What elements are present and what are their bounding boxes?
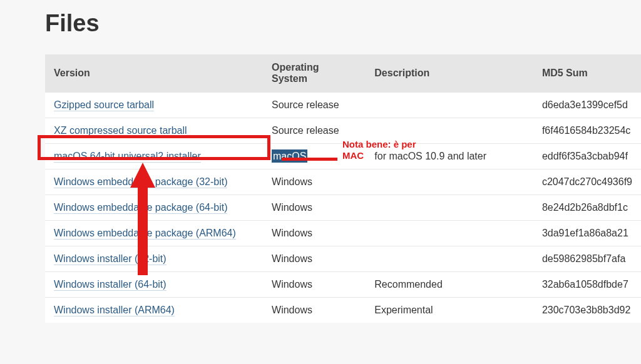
os-cell: Windows (263, 195, 366, 221)
column-header-os: Operating System (263, 54, 366, 93)
os-cell: macOS (263, 144, 366, 169)
download-link[interactable]: Windows installer (32-bit) (54, 253, 167, 265)
table-row: macOS 64-bit universal2 installermacOSfo… (45, 144, 641, 169)
md5-cell: 3da91ef1a86a8a21 (533, 221, 641, 246)
md5-cell: 8e24d2b26a8dbf1c (533, 195, 641, 221)
os-cell: Windows (263, 246, 366, 272)
table-row: Gzipped source tarballSource released6ed… (45, 93, 641, 118)
description-cell (366, 118, 533, 144)
description-cell (366, 93, 533, 118)
description-cell: Recommended (366, 272, 533, 298)
download-link[interactable]: Windows embeddable package (32-bit) (54, 176, 227, 188)
os-cell: Source release (263, 118, 366, 144)
table-row: XZ compressed source tarballSource relea… (45, 118, 641, 144)
annotation-underline (282, 158, 337, 161)
download-link[interactable]: macOS 64-bit universal2 installer (54, 151, 201, 163)
table-row: Windows embeddable package (32-bit)Windo… (45, 169, 641, 195)
description-cell: for macOS 10.9 and later (366, 144, 533, 169)
download-link[interactable]: Windows embeddable package (64-bit) (54, 202, 227, 214)
table-row: Windows embeddable package (64-bit)Windo… (45, 195, 641, 221)
table-row: Windows installer (32-bit)Windowsde59862… (45, 246, 641, 272)
table-row: Windows installer (ARM64)WindowsExperime… (45, 298, 641, 323)
column-header-description: Description (366, 54, 533, 93)
description-cell (366, 169, 533, 195)
os-cell: Windows (263, 169, 366, 195)
column-header-version: Version (45, 54, 263, 93)
download-link[interactable]: Gzipped source tarball (54, 99, 154, 111)
os-cell: Source release (263, 93, 366, 118)
description-cell: Experimental (366, 298, 533, 323)
downloads-table: Version Operating System Description MD5… (45, 54, 641, 323)
md5-cell: de59862985bf7afa (533, 246, 641, 272)
download-link[interactable]: Windows embeddable package (ARM64) (54, 228, 236, 240)
table-row: Windows installer (64-bit)WindowsRecomme… (45, 272, 641, 298)
download-link[interactable]: Windows installer (64-bit) (54, 279, 167, 291)
description-cell (366, 246, 533, 272)
md5-cell: eddf6f35a3cbab94f (533, 144, 641, 169)
md5-cell: 230c703e3b8b3d92 (533, 298, 641, 323)
md5-cell: f6f4616584b23254c (533, 118, 641, 144)
page-title: Files (45, 10, 641, 37)
md5-cell: 32ab6a1058dfbde7 (533, 272, 641, 298)
table-row: Windows embeddable package (ARM64)Window… (45, 221, 641, 246)
os-cell: Windows (263, 272, 366, 298)
os-cell: Windows (263, 221, 366, 246)
md5-cell: c2047dc270c4936f9 (533, 169, 641, 195)
column-header-md5: MD5 Sum (533, 54, 641, 93)
md5-cell: d6eda3e1399cef5d (533, 93, 641, 118)
description-cell (366, 195, 533, 221)
download-link[interactable]: Windows installer (ARM64) (54, 305, 175, 316)
os-cell: Windows (263, 298, 366, 323)
download-link[interactable]: XZ compressed source tarball (54, 125, 187, 137)
description-cell (366, 221, 533, 246)
